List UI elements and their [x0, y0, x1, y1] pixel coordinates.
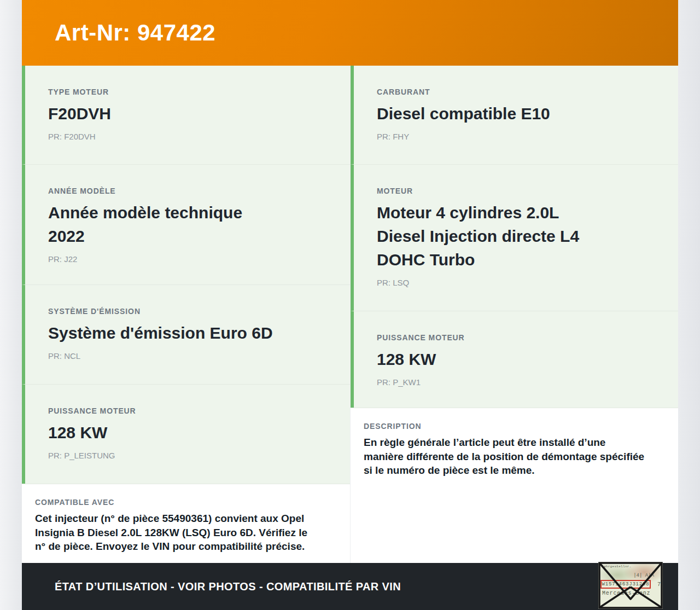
- description-card: DESCRIPTION En règle générale l’article …: [351, 408, 678, 563]
- compatibility-text: Cet injecteur (n° de pièce 55490361) con…: [35, 512, 335, 554]
- card-value: Système d'émission Euro 6D: [48, 321, 329, 345]
- spec-columns: TYPE MOTEUR F20DVH PR: F20DVH ANNÉE MODÈ…: [22, 66, 678, 563]
- card-value: 128 KW: [48, 421, 329, 444]
- spec-card-puissance-moteur-right: PUISSANCE MOTEUR 128 KW PR: P_KW1: [351, 311, 678, 408]
- card-value: 128 KW: [377, 347, 657, 371]
- card-label: PUISSANCE MOTEUR: [48, 406, 329, 415]
- listing-page: Art-Nr: 947422 TYPE MOTEUR F20DVH PR: F2…: [22, 0, 678, 610]
- footer-text: ÉTAT D’UTILISATION - VOIR PHOTOS - COMPA…: [55, 580, 401, 593]
- card-label: MOTEUR: [377, 187, 657, 195]
- card-pr-code: PR: NCL: [48, 351, 329, 361]
- card-value: Année modèle technique 2022: [48, 201, 329, 248]
- spec-card-carburant: CARBURANT Diesel compatible E10 PR: FHY: [351, 66, 678, 164]
- card-label: SYSTÈME D'ÉMISSION: [48, 307, 329, 316]
- card-label: PUISSANCE MOTEUR: [377, 333, 657, 342]
- card-label: CARBURANT: [377, 88, 657, 96]
- right-column: CARBURANT Diesel compatible E10 PR: FHY …: [351, 66, 678, 563]
- card-pr-code: PR: FHY: [377, 132, 657, 141]
- compatible-avec-card: COMPATIBLE AVEC Cet injecteur (n° de piè…: [22, 484, 350, 563]
- card-pr-code: PR: F20DVH: [48, 132, 329, 141]
- card-label: COMPATIBLE AVEC: [35, 498, 335, 507]
- header-banner: Art-Nr: 947422: [22, 0, 678, 66]
- spec-card-moteur: MOTEUR Moteur 4 cylindres 2.0L Diesel In…: [351, 164, 678, 311]
- card-pr-code: PR: LSQ: [377, 278, 657, 287]
- spec-card-annee-modele: ANNÉE MODÈLE Année modèle technique 2022…: [22, 164, 350, 284]
- spec-card-puissance-moteur-left: PUISSANCE MOTEUR 128 KW PR: P_LEISTUNG: [22, 384, 350, 484]
- card-pr-code: PR: P_KW1: [377, 377, 657, 387]
- spec-card-type-moteur: TYPE MOTEUR F20DVH PR: F20DVH: [22, 66, 350, 164]
- left-column: TYPE MOTEUR F20DVH PR: F20DVH ANNÉE MODÈ…: [22, 66, 350, 563]
- card-label: ANNÉE MODÈLE: [48, 187, 329, 195]
- card-pr-code: PR: P_LEISTUNG: [48, 451, 329, 460]
- footer-bar: ÉTAT D’UTILISATION - VOIR PHOTOS - COMPA…: [22, 563, 678, 610]
- card-pr-code: PR: J22: [48, 254, 329, 264]
- page-title: Art-Nr: 947422: [55, 20, 215, 46]
- vin-document-photo: Fahrgestellnr. |4| A|A W1571463J31298 7 …: [598, 562, 663, 609]
- envelope-icon: [598, 562, 663, 609]
- spec-card-systeme-emission: SYSTÈME D'ÉMISSION Système d'émission Eu…: [22, 284, 350, 384]
- description-text: En règle générale l’article peut être in…: [364, 435, 663, 478]
- card-label: TYPE MOTEUR: [48, 88, 329, 96]
- card-label: DESCRIPTION: [364, 422, 663, 431]
- card-value: Moteur 4 cylindres 2.0L Diesel Injection…: [377, 201, 657, 271]
- card-value: Diesel compatible E10: [377, 102, 657, 125]
- card-value: F20DVH: [48, 102, 329, 125]
